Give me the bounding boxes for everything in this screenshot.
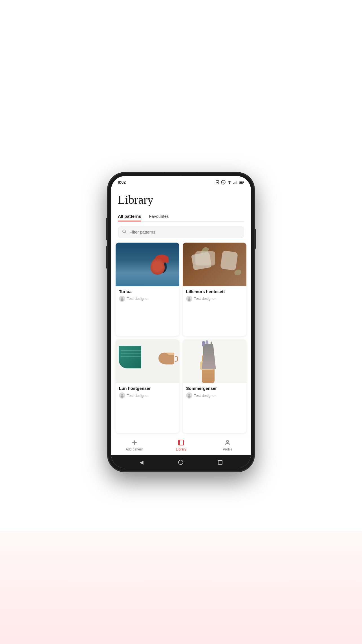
designer-avatar-4 bbox=[186, 392, 192, 399]
nav-library-label: Library bbox=[176, 447, 186, 451]
svg-rect-5 bbox=[235, 182, 235, 184]
signal-icon bbox=[233, 181, 237, 184]
svg-rect-22 bbox=[178, 440, 184, 445]
android-back-button[interactable]: ◀ bbox=[140, 459, 144, 465]
phone-screen: 8:02 P bbox=[111, 176, 251, 468]
pattern-card-body-2: Lillemors hentesett Test designer bbox=[183, 286, 246, 305]
bottom-nav: Add pattern Library Pr bbox=[111, 436, 251, 455]
designer-avatar-1 bbox=[119, 296, 125, 302]
nav-profile[interactable]: Profile bbox=[218, 439, 237, 451]
android-home-button[interactable] bbox=[178, 460, 183, 465]
library-icon bbox=[177, 439, 185, 446]
svg-rect-9 bbox=[240, 181, 243, 183]
pattern-image-2 bbox=[183, 243, 246, 286]
search-icon bbox=[122, 229, 127, 235]
search-input[interactable] bbox=[129, 230, 240, 234]
status-time: 8:02 bbox=[118, 180, 126, 184]
sim-icon bbox=[215, 180, 219, 184]
designer-name-2: Test designer bbox=[194, 296, 216, 301]
nav-add-pattern-label: Add pattern bbox=[126, 447, 143, 451]
pattern-name-2: Lillemors hentesett bbox=[186, 289, 243, 294]
nav-add-pattern[interactable]: Add pattern bbox=[125, 439, 144, 451]
nav-library[interactable]: Library bbox=[171, 439, 191, 451]
designer-avatar-2 bbox=[186, 296, 192, 302]
android-recents-button[interactable] bbox=[218, 460, 222, 465]
pattern-card-body-3: Lun høstgenser Test designer bbox=[116, 383, 179, 402]
pattern-designer-3: Test designer bbox=[119, 392, 176, 399]
status-bar: 8:02 P bbox=[111, 176, 251, 187]
pattern-name-4: Sommergenser bbox=[186, 386, 243, 391]
tab-favourites[interactable]: Favourites bbox=[149, 211, 169, 221]
battery-icon bbox=[239, 181, 244, 184]
search-bar[interactable] bbox=[118, 226, 244, 238]
wifi-icon bbox=[227, 181, 232, 184]
designer-name-3: Test designer bbox=[127, 394, 149, 398]
nav-profile-label: Profile bbox=[223, 447, 232, 451]
pattern-name-3: Lun høstgenser bbox=[119, 386, 176, 391]
svg-point-17 bbox=[121, 396, 123, 398]
designer-name-4: Test designer bbox=[194, 394, 216, 398]
svg-point-14 bbox=[188, 297, 190, 299]
svg-point-24 bbox=[226, 440, 229, 443]
tab-all-patterns[interactable]: All patterns bbox=[118, 211, 141, 221]
pattern-designer-1: Test designer bbox=[119, 296, 176, 302]
patterns-grid: Turlua Test designer bbox=[111, 243, 251, 436]
svg-rect-1 bbox=[217, 182, 218, 183]
svg-point-16 bbox=[121, 394, 123, 396]
pattern-card-3[interactable]: Lun høstgenser Test designer bbox=[116, 339, 179, 433]
svg-point-13 bbox=[121, 299, 123, 301]
svg-rect-4 bbox=[233, 183, 234, 184]
svg-point-19 bbox=[188, 396, 191, 398]
tab-divider bbox=[118, 221, 244, 222]
svg-rect-6 bbox=[236, 181, 237, 184]
pattern-name-1: Turlua bbox=[119, 289, 176, 294]
tabs-row: All patterns Favourites bbox=[118, 211, 244, 221]
svg-rect-10 bbox=[244, 182, 244, 183]
phone-device: 8:02 P bbox=[108, 173, 254, 472]
pattern-image-1 bbox=[116, 243, 179, 286]
pattern-card-1[interactable]: Turlua Test designer bbox=[116, 243, 179, 336]
svg-text:P: P bbox=[222, 181, 224, 184]
profile-nav-icon bbox=[224, 439, 231, 446]
page-title: Library bbox=[118, 193, 244, 206]
app-content: Library All patterns Favourites bbox=[111, 187, 251, 436]
svg-point-15 bbox=[188, 299, 191, 301]
pattern-card-4[interactable]: Sommergenser Test designer bbox=[183, 339, 246, 433]
pattern-image-3 bbox=[116, 339, 179, 383]
pattern-card-2[interactable]: Lillemors hentesett Test designer bbox=[183, 243, 246, 336]
designer-avatar-3 bbox=[119, 392, 125, 399]
designer-name-1: Test designer bbox=[127, 296, 149, 301]
pattern-card-body-4: Sommergenser Test designer bbox=[183, 383, 246, 402]
profile-badge-icon: P bbox=[221, 180, 226, 184]
status-icons: P bbox=[215, 180, 244, 184]
add-pattern-icon bbox=[131, 439, 138, 446]
svg-point-18 bbox=[188, 394, 190, 396]
svg-point-12 bbox=[121, 297, 123, 299]
svg-rect-7 bbox=[237, 181, 237, 184]
page-header: Library All patterns Favourites bbox=[111, 187, 251, 226]
pattern-card-body-1: Turlua Test designer bbox=[116, 286, 179, 305]
pattern-designer-4: Test designer bbox=[186, 392, 243, 399]
svg-rect-23 bbox=[179, 440, 180, 445]
pattern-image-4 bbox=[183, 339, 246, 383]
pattern-designer-2: Test designer bbox=[186, 296, 243, 302]
android-nav-bar: ◀ bbox=[111, 455, 251, 468]
